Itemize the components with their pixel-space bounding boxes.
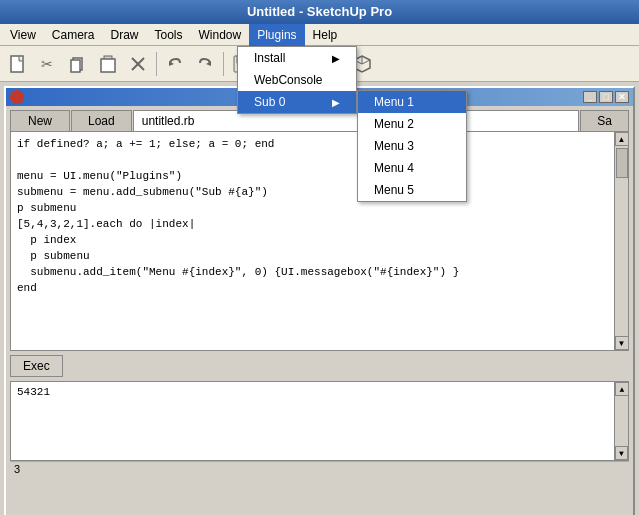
scroll-thumb[interactable] [616, 148, 628, 178]
status-bar: 3 [10, 461, 629, 476]
output-content: 54321 [17, 386, 50, 398]
status-text: 3 [14, 463, 20, 475]
toolbar-paste-btn[interactable] [94, 50, 122, 78]
toolbar-cut-btn[interactable]: ✂ [34, 50, 62, 78]
editor-area[interactable]: if defined? a; a += 1; else; a = 0; end … [10, 131, 629, 351]
tab-new[interactable]: New [10, 110, 70, 131]
plugins-webconsole-item[interactable]: WebConsole [238, 69, 356, 91]
bottom-section: Exec 54321 ▲ ▼ 3 [10, 351, 629, 476]
ruby-console: _ □ ✕ New Load untitled.rb Sa if defined… [4, 86, 635, 515]
svg-text:✂: ✂ [41, 56, 53, 72]
ruby-icon [10, 90, 24, 104]
toolbar-sep-2 [223, 52, 224, 76]
menu-window[interactable]: Window [191, 24, 250, 46]
minimize-button[interactable]: _ [583, 91, 597, 103]
scroll-down-arrow[interactable]: ▼ [615, 336, 629, 350]
editor-content[interactable]: if defined? a; a += 1; else; a = 0; end … [11, 132, 628, 300]
toolbar-copy-btn[interactable] [64, 50, 92, 78]
sub0-arrow: ▶ [332, 97, 340, 108]
toolbar-delete-btn[interactable] [124, 50, 152, 78]
exec-row: Exec [10, 351, 629, 381]
plugins-install-item[interactable]: Install ▶ [238, 47, 356, 69]
menu-tools[interactable]: Tools [147, 24, 191, 46]
menu-help[interactable]: Help [305, 24, 346, 46]
maximize-button[interactable]: □ [599, 91, 613, 103]
app-title: Untitled - SketchUp Pro [247, 4, 392, 19]
menu-draw[interactable]: Draw [102, 24, 146, 46]
tab-save[interactable]: Sa [580, 110, 629, 131]
menu-camera[interactable]: Camera [44, 24, 103, 46]
sub0-menu2-item[interactable]: Menu 2 [358, 113, 466, 135]
toolbar-undo-btn[interactable] [161, 50, 189, 78]
svg-rect-3 [71, 60, 80, 72]
output-scrollbar[interactable]: ▲ ▼ [614, 382, 628, 460]
svg-line-21 [362, 60, 370, 64]
scroll-up-arrow[interactable]: ▲ [615, 132, 629, 146]
toolbar-new-btn[interactable] [4, 50, 32, 78]
plugins-dropdown: Install ▶ WebConsole Sub 0 ▶ [237, 46, 357, 114]
sub0-submenu: Menu 1 Menu 2 Menu 3 Menu 4 Menu 5 [357, 90, 467, 202]
exec-button[interactable]: Exec [10, 355, 63, 377]
close-button[interactable]: ✕ [615, 91, 629, 103]
install-arrow: ▶ [332, 53, 340, 64]
toolbar-sep-1 [156, 52, 157, 76]
menu-bar: View Camera Draw Tools Window Plugins He… [0, 24, 639, 46]
menu-view[interactable]: View [2, 24, 44, 46]
output-scroll-down[interactable]: ▼ [615, 446, 628, 460]
title-bar: Untitled - SketchUp Pro [0, 0, 639, 24]
window-controls: _ □ ✕ [583, 91, 629, 103]
plugins-sub0-item[interactable]: Sub 0 ▶ [238, 91, 356, 113]
output-area: 54321 ▲ ▼ [10, 381, 629, 461]
toolbar-redo-btn[interactable] [191, 50, 219, 78]
svg-rect-5 [101, 59, 115, 72]
tab-load[interactable]: Load [71, 110, 132, 131]
sub0-menu4-item[interactable]: Menu 4 [358, 157, 466, 179]
svg-rect-0 [11, 56, 23, 72]
sub0-menu3-item[interactable]: Menu 3 [358, 135, 466, 157]
sub0-menu1-item[interactable]: Menu 1 [358, 91, 466, 113]
editor-scrollbar[interactable]: ▲ ▼ [614, 132, 628, 350]
menu-plugins[interactable]: Plugins [249, 24, 304, 46]
sub0-menu5-item[interactable]: Menu 5 [358, 179, 466, 201]
output-scroll-up[interactable]: ▲ [615, 382, 629, 396]
